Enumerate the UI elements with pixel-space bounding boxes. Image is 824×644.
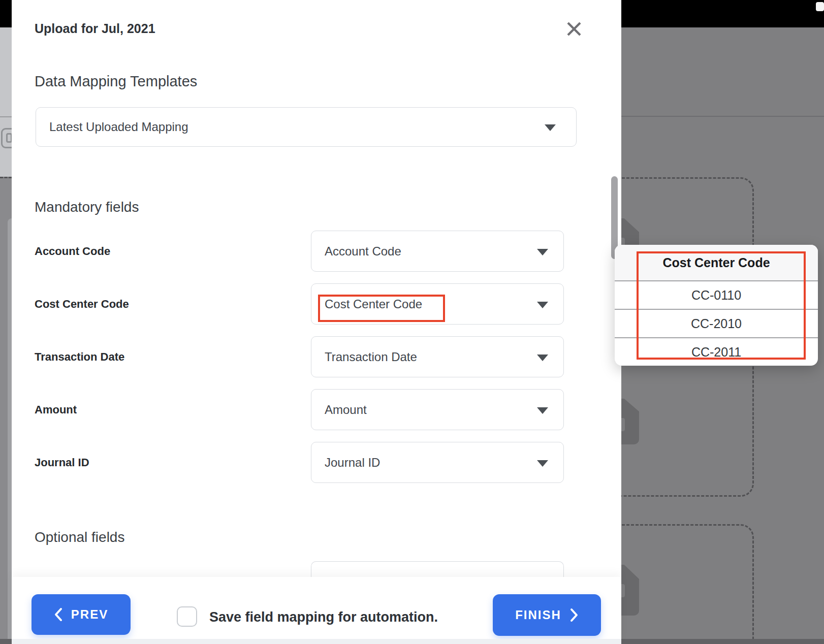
account-code-dropdown[interactable]: Account Code [311,231,564,272]
field-row-cost-center-code: Cost Center Code Cost Center Code [12,283,621,325]
save-mapping-checkbox[interactable] [177,606,197,627]
field-label: Transaction Date [35,336,124,377]
dropdown-value: Transaction Date [325,350,417,364]
amount-dropdown[interactable]: Amount [311,389,564,430]
cost-center-code-dropdown[interactable]: Cost Center Code [311,283,564,325]
transaction-date-dropdown[interactable]: Transaction Date [311,336,564,377]
prev-button-label: PREV [71,607,108,622]
screen: sp Upload for Jul, 2021 Data Mapping Tem… [0,0,824,644]
chevron-down-icon [537,249,548,255]
save-mapping-label: Save field mapping for automation. [209,597,438,637]
upload-mapping-dialog: Upload for Jul, 2021 Data Mapping Templa… [12,0,621,644]
field-row-journal-id: Journal ID Journal ID [12,442,621,483]
close-icon-glyph [566,21,582,37]
field-row-amount: Amount Amount [12,389,621,430]
chevron-down-icon [545,124,556,131]
field-label: Amount [35,389,77,430]
dropdown-value: Journal ID [325,456,380,470]
templates-heading: Data Mapping Templates [35,73,197,90]
chevron-down-icon [537,407,548,414]
dialog-title: Upload for Jul, 2021 [35,21,155,36]
journal-id-dropdown[interactable]: Journal ID [311,442,564,483]
window-control [816,2,824,11]
highlight-annotation-box [318,295,445,322]
page-bottom-edge [0,639,12,644]
mandatory-heading: Mandatory fields [35,199,139,215]
close-icon[interactable] [564,19,584,39]
field-label: Account Code [35,231,110,272]
dropdown-value: Amount [325,403,367,417]
page-divider-line [621,116,824,117]
prev-button[interactable]: PREV [31,594,131,635]
field-label: Journal ID [35,442,89,483]
chevron-left-icon [54,607,63,622]
highlight-annotation-box [637,251,806,360]
chevron-down-icon [537,460,548,467]
field-row-transaction-date: Transaction Date Transaction Date [12,336,621,377]
chevron-down-icon [537,355,548,361]
chevron-down-icon [537,302,548,308]
field-label: Cost Center Code [35,283,129,325]
dimmed-page-left: sp [0,27,12,116]
dialog-footer: PREV Save field mapping for automation. … [12,577,621,644]
cost-center-values-popover: Cost Center Code CC-0110 CC-2010 CC-2011 [615,245,818,366]
dimmed-page-panel [8,218,12,639]
field-row-account-code: Account Code Account Code [12,231,621,272]
finish-button-label: FINISH [515,608,561,622]
dimmed-page-left [0,117,12,177]
chevron-right-icon [569,608,579,622]
page-bottom-edge [621,639,824,644]
footer-bottom-strip [12,639,621,644]
dropdown-value: Account Code [325,244,401,259]
optional-heading: Optional fields [35,529,124,545]
mapping-template-value: Latest Uploaded Mapping [49,120,188,134]
mapping-template-dropdown[interactable]: Latest Uploaded Mapping [36,107,577,147]
finish-button[interactable]: FINISH [493,594,601,636]
